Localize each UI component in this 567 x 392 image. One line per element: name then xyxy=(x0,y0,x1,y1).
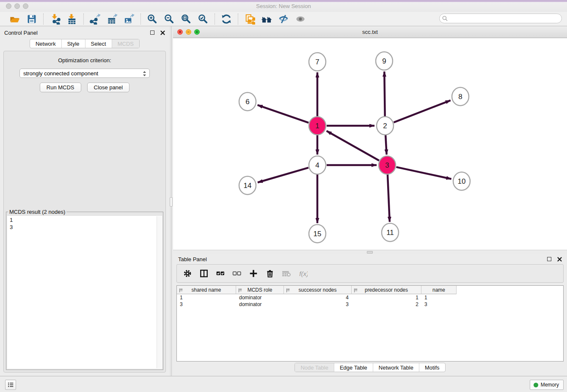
tab-select[interactable]: Select xyxy=(85,39,112,48)
svg-text:14: 14 xyxy=(244,182,252,190)
network-canvas[interactable]: 1234678910111415 xyxy=(173,38,567,250)
duplicate-network-icon[interactable] xyxy=(244,14,255,25)
edge-1-6[interactable] xyxy=(258,105,309,123)
zoom-fit-icon[interactable] xyxy=(181,14,192,25)
optimization-criterion-value: strongly connected component xyxy=(23,70,98,77)
import-table-icon[interactable] xyxy=(66,14,77,25)
edge-2-9[interactable] xyxy=(384,72,385,116)
node-11[interactable]: 11 xyxy=(382,224,399,242)
tab-mcds[interactable]: MCDS xyxy=(112,39,139,48)
tab-node-table[interactable]: Node Table xyxy=(295,363,334,372)
delete-table-icon xyxy=(282,269,291,278)
mcds-result-title: MCDS result (2 nodes) xyxy=(8,209,66,215)
close-panel-icon[interactable] xyxy=(557,257,562,262)
column-header-shared-name[interactable]: shared name xyxy=(177,286,236,294)
table-cell[interactable]: 3 xyxy=(284,301,352,308)
close-panel-icon[interactable] xyxy=(160,30,165,35)
sort-icon[interactable] xyxy=(286,288,290,294)
search-box[interactable] xyxy=(439,14,562,23)
node-14[interactable]: 14 xyxy=(239,177,256,195)
table-toolbar: f(x) xyxy=(176,264,564,283)
divider-handle[interactable] xyxy=(170,197,173,207)
tab-edge-table[interactable]: Edge Table xyxy=(334,363,373,372)
control-panel-tabs: NetworkStyleSelectMCDS xyxy=(0,39,169,50)
deselect-all-icon[interactable] xyxy=(232,269,242,278)
column-header-successor-nodes[interactable]: successor nodes xyxy=(284,286,352,294)
panel-divider-vertical[interactable] xyxy=(169,26,173,376)
column-label: shared name xyxy=(191,287,221,293)
float-panel-icon[interactable] xyxy=(150,30,154,35)
edge-2-3[interactable] xyxy=(385,135,386,155)
select-all-icon[interactable] xyxy=(216,269,225,278)
delete-row-icon[interactable] xyxy=(265,269,275,278)
svg-text:9: 9 xyxy=(382,57,386,65)
close-panel-button[interactable]: Close panel xyxy=(87,83,130,92)
panel-divider-horizontal[interactable] xyxy=(173,250,567,254)
tab-network[interactable]: Network xyxy=(30,39,61,48)
edge-3-11[interactable] xyxy=(388,174,390,222)
tab-style[interactable]: Style xyxy=(61,39,85,48)
memory-button[interactable]: Memory xyxy=(530,380,564,390)
export-table-icon[interactable] xyxy=(107,14,118,25)
add-row-icon[interactable] xyxy=(249,269,258,278)
app-window: Session: New Session Control Panel Netwo… xyxy=(0,0,567,392)
table-header-row: shared nameMCDS rolesuccessor nodesprede… xyxy=(177,286,563,294)
home-icon[interactable] xyxy=(261,14,272,25)
svg-text:3: 3 xyxy=(385,161,389,169)
hide-selected-icon[interactable] xyxy=(278,14,289,25)
optimization-criterion-select[interactable]: strongly connected component xyxy=(19,69,150,78)
node-2[interactable]: 2 xyxy=(377,117,394,135)
node-3[interactable]: 3 xyxy=(379,156,396,174)
table-cell[interactable]: 3 xyxy=(177,301,236,308)
search-icon xyxy=(442,16,448,21)
sort-icon[interactable] xyxy=(238,288,242,294)
table-cell[interactable]: 1 xyxy=(177,294,236,301)
show-columns-icon[interactable] xyxy=(199,269,209,278)
edge-3-1[interactable] xyxy=(327,131,379,160)
table-cell[interactable]: dominator xyxy=(236,301,284,308)
sort-icon[interactable] xyxy=(354,288,358,294)
edge-4-14[interactable] xyxy=(258,168,308,182)
table-cell[interactable]: 2 xyxy=(352,301,421,308)
export-image-icon[interactable] xyxy=(124,14,135,25)
search-input[interactable] xyxy=(449,15,559,22)
run-mcds-button[interactable]: Run MCDS xyxy=(40,83,81,92)
float-panel-icon[interactable] xyxy=(547,257,551,261)
column-header-MCDS-role[interactable]: MCDS role xyxy=(236,286,284,294)
settings-gear-icon[interactable] xyxy=(183,269,192,278)
zoom-selected-icon[interactable] xyxy=(198,14,209,25)
node-9[interactable]: 9 xyxy=(376,52,393,70)
table-row[interactable]: 3dominator323 xyxy=(177,301,563,308)
save-session-icon[interactable] xyxy=(26,14,37,25)
open-session-icon[interactable] xyxy=(9,14,20,25)
table-cell[interactable]: 1 xyxy=(352,294,421,301)
column-header-name[interactable]: name xyxy=(421,286,457,294)
node-4[interactable]: 4 xyxy=(309,156,326,174)
sort-icon[interactable] xyxy=(179,288,183,294)
node-6[interactable]: 6 xyxy=(239,93,256,111)
edge-2-8[interactable] xyxy=(394,100,451,122)
divider-handle[interactable] xyxy=(367,251,373,254)
zoom-out-icon[interactable] xyxy=(164,14,175,25)
export-network-icon[interactable] xyxy=(90,14,101,25)
edge-3-10[interactable] xyxy=(396,167,451,179)
tab-network-table[interactable]: Network Table xyxy=(373,363,419,372)
tab-motifs[interactable]: Motifs xyxy=(419,363,445,372)
column-header-predecessor-nodes[interactable]: predecessor nodes xyxy=(352,286,421,294)
mcds-result-area[interactable]: 1 3 xyxy=(7,216,162,369)
refresh-layout-icon[interactable] xyxy=(221,14,232,25)
node-8[interactable]: 8 xyxy=(452,88,469,106)
result-scrollbar[interactable] xyxy=(157,216,162,368)
table-cell[interactable]: 3 xyxy=(421,301,457,308)
node-1[interactable]: 1 xyxy=(309,117,326,135)
zoom-in-icon[interactable] xyxy=(147,14,158,25)
node-7[interactable]: 7 xyxy=(309,53,326,71)
table-row[interactable]: 1dominator411 xyxy=(177,294,563,301)
node-10[interactable]: 10 xyxy=(453,172,470,190)
table-cell[interactable]: 4 xyxy=(284,294,352,301)
import-network-icon[interactable] xyxy=(50,14,61,25)
table-cell[interactable]: dominator xyxy=(236,294,284,301)
node-15[interactable]: 15 xyxy=(309,225,326,243)
table-cell[interactable]: 1 xyxy=(421,294,457,301)
task-history-button[interactable] xyxy=(5,380,16,390)
